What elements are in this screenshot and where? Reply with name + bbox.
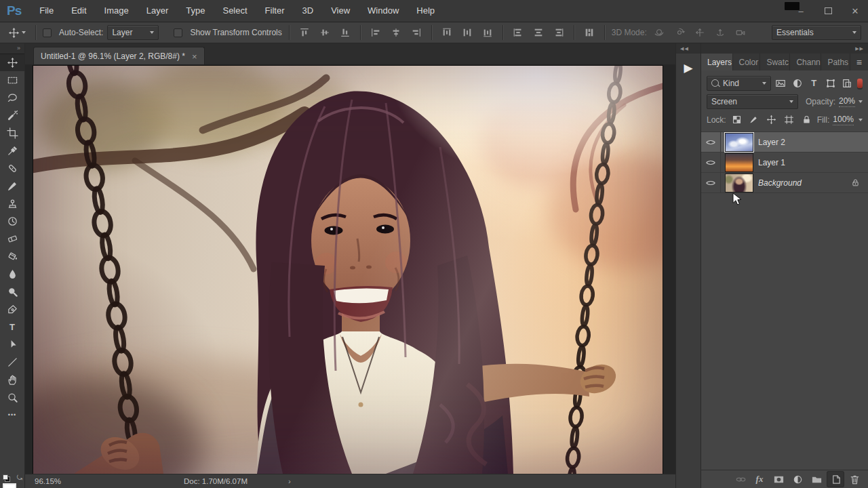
tab-close-icon[interactable]: × [192, 52, 197, 62]
brush-tool[interactable] [0, 177, 24, 195]
swap-colors-icon[interactable]: ⤿ [17, 474, 22, 482]
menu-image[interactable]: Image [96, 0, 138, 22]
menu-window[interactable]: Window [359, 0, 408, 22]
foreground-color-swatch[interactable] [3, 483, 16, 488]
path-selection-tool[interactable] [0, 336, 24, 353]
hand-tool[interactable] [0, 371, 24, 388]
3d-pan-button[interactable] [692, 25, 708, 40]
minimize-button[interactable]: – [793, 6, 808, 16]
filter-adjustment-layers-button[interactable] [791, 76, 804, 90]
layer-style-button[interactable]: fx [751, 472, 768, 487]
new-group-button[interactable] [808, 472, 825, 487]
filter-type-layers-button[interactable]: T [808, 76, 821, 90]
visibility-toggle[interactable] [701, 132, 721, 152]
3d-orbit-button[interactable] [651, 25, 667, 40]
layer-name[interactable]: Background [758, 178, 802, 188]
3d-slide-button[interactable] [712, 25, 728, 40]
status-chevron-icon[interactable]: › [248, 477, 291, 485]
menu-filter[interactable]: Filter [256, 0, 294, 22]
filter-kind-dropdown[interactable]: Kind [707, 76, 771, 91]
filter-shape-layers-button[interactable] [824, 76, 837, 90]
menu-view[interactable]: View [322, 0, 359, 22]
add-layer-mask-button[interactable] [770, 472, 787, 487]
align-right-edges-button[interactable] [408, 25, 425, 40]
spot-healing-tool[interactable] [0, 159, 24, 177]
lasso-tool[interactable] [0, 89, 24, 106]
type-tool[interactable]: T [0, 318, 24, 336]
filter-smart-objects-button[interactable] [840, 76, 853, 90]
distribute-top-edges-button[interactable] [439, 25, 455, 40]
3d-roll-button[interactable] [671, 25, 688, 40]
pen-tool[interactable] [0, 300, 24, 318]
canvas-image[interactable] [33, 65, 663, 474]
show-transform-checkbox[interactable] [174, 28, 182, 37]
menu-3d[interactable]: 3D [294, 0, 323, 22]
history-brush-tool[interactable] [0, 212, 24, 230]
blend-mode-dropdown[interactable]: Screen [707, 94, 798, 109]
layer-name[interactable]: Layer 1 [758, 158, 785, 167]
align-bottom-edges-button[interactable] [337, 25, 353, 40]
layer-thumbnail[interactable] [725, 153, 753, 172]
menu-help[interactable]: Help [408, 0, 443, 22]
opacity-value[interactable]: 20% [839, 96, 855, 107]
delete-layer-button[interactable] [846, 472, 863, 487]
lock-artboard-button[interactable] [782, 113, 796, 127]
menu-layer[interactable]: Layer [138, 0, 178, 22]
tab-layers[interactable]: Layers [701, 54, 733, 70]
new-adjustment-layer-button[interactable] [789, 472, 806, 487]
menu-edit[interactable]: Edit [62, 0, 95, 22]
marquee-tool[interactable] [0, 71, 24, 89]
expand-panel-button[interactable]: ▶ [679, 59, 697, 77]
dock-collapse-left[interactable]: ◀◀ [676, 43, 701, 54]
move-tool[interactable] [0, 54, 24, 71]
new-layer-button[interactable] [827, 472, 844, 487]
panel-menu-icon[interactable]: ≡ [850, 54, 868, 70]
layer-name[interactable]: Layer 2 [758, 138, 785, 147]
line-tool[interactable] [0, 353, 24, 371]
filtering-toggle[interactable] [857, 79, 863, 88]
filter-pixel-layers-button[interactable] [774, 76, 787, 90]
layer-row-layer2[interactable]: Layer 2 [701, 132, 868, 152]
lock-pixels-button[interactable] [747, 113, 761, 127]
layer-thumbnail[interactable] [725, 174, 753, 192]
tab-channels[interactable]: Chann [790, 54, 821, 70]
auto-select-target-dropdown[interactable]: Layer [107, 25, 159, 40]
layer-thumbnail[interactable] [725, 133, 753, 152]
link-layers-button[interactable] [732, 472, 749, 487]
close-button[interactable]: ✕ [848, 6, 863, 16]
maximize-button[interactable] [821, 6, 835, 16]
lock-all-button[interactable] [800, 113, 814, 127]
crop-tool[interactable] [0, 124, 24, 142]
auto-align-layers-button[interactable] [581, 25, 597, 40]
lock-position-button[interactable] [764, 113, 778, 127]
quick-selection-tool[interactable] [0, 106, 24, 124]
distribute-horizontal-centers-button[interactable] [530, 25, 547, 40]
default-colors-icon[interactable] [3, 474, 9, 481]
visibility-toggle[interactable] [701, 173, 721, 192]
menu-type[interactable]: Type [177, 0, 214, 22]
fill-value[interactable]: 100% [833, 115, 854, 125]
layer-row-background[interactable]: Background [701, 173, 868, 193]
align-top-edges-button[interactable] [296, 25, 313, 40]
tools-collapse-button[interactable]: » [0, 43, 24, 54]
clone-stamp-tool[interactable] [0, 195, 24, 212]
layer-row-layer1[interactable]: Layer 1 [701, 152, 868, 173]
align-vertical-centers-button[interactable] [317, 25, 333, 40]
menu-select[interactable]: Select [214, 0, 256, 22]
eraser-tool[interactable] [0, 230, 24, 247]
align-horizontal-centers-button[interactable] [388, 25, 404, 40]
current-tool-dropdown[interactable] [5, 27, 28, 39]
auto-select-checkbox[interactable] [43, 28, 52, 37]
zoom-tool[interactable] [0, 388, 24, 406]
tab-color[interactable]: Color [733, 54, 761, 70]
zoom-level-field[interactable]: 96.15% [25, 477, 96, 485]
document-tab[interactable]: Untitled-1 @ 96.1% (Layer 2, RGB/8#) * × [33, 47, 205, 65]
dock-collapse-right[interactable]: ▶▶ [701, 43, 868, 54]
layers-empty-area[interactable] [701, 193, 868, 470]
tab-paths[interactable]: Paths [821, 54, 850, 70]
eyedropper-tool[interactable] [0, 142, 24, 159]
tab-swatches[interactable]: Swatc [760, 54, 790, 70]
workspace-dropdown[interactable]: Essentials [772, 25, 861, 40]
visibility-toggle[interactable] [701, 152, 721, 172]
chevron-down-icon[interactable] [859, 119, 863, 121]
